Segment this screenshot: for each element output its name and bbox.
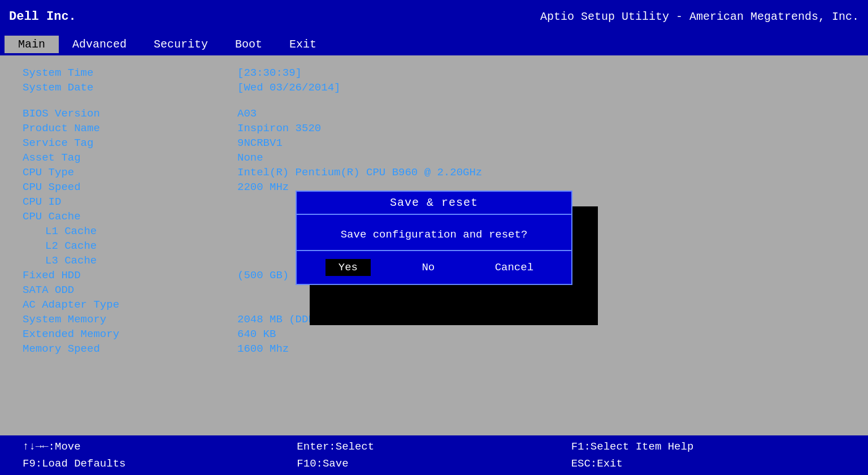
yes-button[interactable]: Yes <box>326 259 371 276</box>
dialog-overlay: Save & reset Save configuration and rese… <box>0 0 868 475</box>
dialog-box: Save & reset Save configuration and rese… <box>296 191 572 285</box>
dialog-buttons: Yes No Cancel <box>297 251 571 284</box>
cancel-button[interactable]: Cancel <box>486 259 542 276</box>
no-button[interactable]: No <box>406 259 451 276</box>
dialog-body: Save configuration and reset? <box>297 215 571 251</box>
dialog-title: Save & reset <box>297 192 571 215</box>
